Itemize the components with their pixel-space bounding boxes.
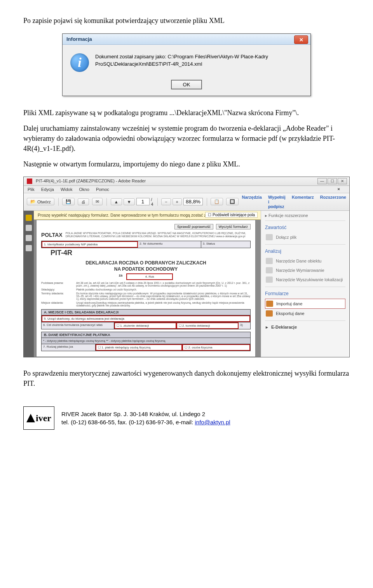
menu-plik[interactable]: Plik bbox=[28, 187, 35, 192]
adobe-icon bbox=[27, 178, 32, 184]
field-6-opt1[interactable]: ☐ 1. złożenie deklaracji bbox=[114, 322, 176, 329]
check-button[interactable]: Sprawdź poprawność bbox=[174, 224, 213, 229]
dialog-title-text: Informacja bbox=[66, 36, 92, 42]
group-zawartosc: Zawartość bbox=[265, 225, 345, 230]
closing-paragraph: Po sprawdzeniu merytorycznej zawartości … bbox=[23, 368, 350, 388]
za-label: za bbox=[119, 273, 123, 277]
info-icon: i bbox=[70, 53, 89, 72]
poltax-description: POLA JASNE WYPEŁNIA PODATNIK, POLA CIEMN… bbox=[66, 232, 251, 239]
close-button[interactable]: ✕ bbox=[338, 178, 347, 184]
reader-sidebar-icons bbox=[24, 211, 34, 357]
menu-edycja[interactable]: Edycja bbox=[41, 187, 54, 192]
item-obiekt: Narzędzie Dane obiektu bbox=[265, 256, 345, 266]
path-paragraph: Pliki XML zapisywane są w podkatalogu pr… bbox=[23, 108, 350, 118]
folder-icon: 📂 bbox=[30, 199, 36, 204]
sidebar-icon-3[interactable] bbox=[26, 235, 32, 241]
field-6-label: 6. Cel złożenia formularza (zaznaczyć wł… bbox=[42, 322, 114, 329]
maximize-button[interactable]: ☐ bbox=[328, 178, 337, 184]
declaration-title-2: NA PODATEK DOCHODOWY bbox=[41, 266, 251, 272]
footer-text: RIVER Jacek Bator Sp. J. 30-148 Kraków, … bbox=[61, 410, 230, 426]
highlight-fields-button[interactable]: ☐ Podświetl istniejące pola bbox=[205, 212, 258, 218]
item-import[interactable]: Importuj dane bbox=[265, 299, 345, 309]
tab-close-icon[interactable]: × bbox=[338, 187, 340, 191]
field-5-urzad[interactable]: 5. Urząd skarbowy, do którego adresowana… bbox=[42, 315, 250, 322]
sidebar-icon-2[interactable] bbox=[26, 225, 32, 231]
ruler-icon bbox=[266, 267, 273, 273]
tool2-icon[interactable]: 🔲 bbox=[226, 198, 239, 205]
link-rozszerzone[interactable]: Rozszerzone bbox=[320, 195, 346, 209]
obj-icon bbox=[266, 258, 273, 264]
river-logo: iver bbox=[23, 406, 54, 430]
zoom-in-icon[interactable]: + bbox=[173, 198, 182, 205]
page-total: / 4 bbox=[151, 197, 153, 206]
import-icon bbox=[266, 301, 273, 307]
sidebar-icon-4[interactable] bbox=[26, 245, 32, 251]
reader-toolbar: 📂 Otwórz 💾 🖨 ✉ ▲ ▼ / 4 − + 📋 🔲 Narzędzia… bbox=[24, 193, 349, 211]
field-3-status: 3. Status bbox=[201, 241, 250, 248]
footer-email-link[interactable]: info@aktyn.pl bbox=[195, 419, 230, 425]
geo-icon bbox=[266, 276, 273, 283]
poltax-label: POLTAX bbox=[41, 232, 63, 238]
link-wypelnij[interactable]: Wypełnij i podpisz bbox=[268, 195, 286, 209]
document-area: Proszę wypełnić następujący formularz. D… bbox=[34, 211, 261, 357]
open-button[interactable]: 📂 Otwórz bbox=[27, 198, 54, 205]
page-down-icon[interactable]: ▼ bbox=[124, 198, 135, 205]
dialog-titlebar: Informacja ✕ bbox=[63, 34, 310, 45]
clear-button[interactable]: Wyczyść formularz bbox=[216, 224, 251, 229]
section-a-header: A. MIEJSCE I CEL SKŁADANIA DEKLARACJI bbox=[41, 309, 251, 315]
field-1-nip[interactable]: 1. Identyfikator podatkowy NIP płatnika bbox=[42, 241, 138, 248]
field-4-rok[interactable]: 4. Rok bbox=[126, 273, 173, 280]
panel-title: Funkcje rozszerzone bbox=[268, 213, 308, 218]
page-up-icon[interactable]: ▲ bbox=[111, 198, 122, 205]
reader-titlebar: PIT-4R(4)_v1-1E.pdf (ZABEZPIECZONE) - Ad… bbox=[24, 177, 349, 186]
info-dialog: Informacja ✕ i Dokument został zapisany … bbox=[62, 33, 311, 96]
link-komentarz[interactable]: Komentarz bbox=[292, 195, 314, 209]
field-7-label: 7. Rodzaj płatnika (za bbox=[42, 344, 96, 351]
reader-title: PIT-4R(4)_v1-1E.pdf (ZABEZPIECZONE) - Ad… bbox=[36, 178, 146, 183]
dialog-message: Dokument został zapisany jako: C:\Progra… bbox=[95, 53, 268, 68]
group-analizuj: Analizuj bbox=[265, 248, 345, 254]
link-narzedzia[interactable]: Narzędzia bbox=[242, 195, 262, 209]
page-footer: iver RIVER Jacek Bator Sp. J. 30-148 Kra… bbox=[23, 406, 350, 430]
reader-right-panel: ▸ Funkcje rozszerzone Zawartość Dołącz p… bbox=[261, 211, 349, 357]
menu-widok[interactable]: Widok bbox=[61, 187, 73, 192]
dialog-close-button[interactable]: ✕ bbox=[294, 35, 308, 44]
ok-button[interactable]: OK bbox=[171, 80, 202, 89]
reader-menubar: Plik Edycja Widok Okno Pomoc × bbox=[24, 186, 349, 193]
sidebar-icon-1[interactable] bbox=[26, 215, 32, 221]
item-dolacz: Dołącz plik bbox=[265, 233, 345, 242]
menu-okno[interactable]: Okno bbox=[79, 187, 89, 192]
field-6-sup: 3) bbox=[239, 322, 250, 329]
pdf-page: Sprawdź poprawność Wyczyść formularz POL… bbox=[36, 220, 256, 357]
minimize-button[interactable]: — bbox=[317, 178, 327, 184]
item-lokaliz: Narzędzie Wyszukiwanie lokalizacji bbox=[265, 275, 345, 284]
body-paragraph-2: Dalej uruchamiamy zainstalowany wcześnie… bbox=[23, 123, 350, 154]
tool1-icon[interactable]: 📋 bbox=[211, 198, 223, 205]
form-info-bar: Proszę wypełnić następujący formularz. D… bbox=[34, 211, 261, 220]
field-7-opt1[interactable]: ☐ 1. płatnik niebędący osobą fizyczną bbox=[96, 344, 182, 351]
group-formularze: Formularze bbox=[265, 291, 345, 296]
field-2-nr: 2. Nr dokumentu bbox=[138, 241, 201, 248]
declaration-title-1: DEKLARACJA ROCZNA O POBRANYCH ZALICZKACH bbox=[41, 260, 251, 266]
group-edeklaracje[interactable]: ▸ E-Deklaracje bbox=[265, 323, 345, 331]
zoom-input[interactable] bbox=[183, 198, 203, 205]
field-6-opt2[interactable]: ☐ 2. korekta deklaracji bbox=[176, 322, 239, 329]
item-wymiar: Narzędzie Wymiarowanie bbox=[265, 266, 345, 275]
field-7-opt2[interactable]: ☐ 2. osoba fizyczna bbox=[182, 344, 250, 351]
legal-grid: Podstawa prawna:Art.38 ust.1a, art.42 us… bbox=[41, 282, 251, 307]
adobe-reader-window: PIT-4R(4)_v1-1E.pdf (ZABEZPIECZONE) - Ad… bbox=[23, 177, 350, 358]
mail-icon[interactable]: ✉ bbox=[92, 198, 103, 205]
clip-icon bbox=[266, 234, 273, 240]
body-paragraph-3: Następnie w otwartym formularzu, importu… bbox=[23, 159, 350, 169]
menu-pomoc[interactable]: Pomoc bbox=[96, 187, 109, 192]
page-number-input[interactable] bbox=[136, 198, 150, 205]
section-b-header: B. DANE IDENTYFIKACYJNE PŁATNIKA bbox=[41, 332, 251, 338]
save-copy-icon[interactable]: 💾 bbox=[62, 198, 75, 205]
item-export[interactable]: Eksportuj dane bbox=[265, 309, 345, 318]
section-b-footnote: * - dotyczy płatnika niebędącego osobą f… bbox=[42, 338, 250, 344]
export-icon bbox=[266, 310, 273, 317]
print-icon[interactable]: 🖨 bbox=[78, 198, 89, 205]
zoom-out-icon[interactable]: − bbox=[161, 198, 171, 205]
pit4r-title: PIT-4R bbox=[51, 249, 251, 257]
intro-paragraph-1: Po zapisie pojawi się komunikat potwierd… bbox=[23, 16, 350, 26]
